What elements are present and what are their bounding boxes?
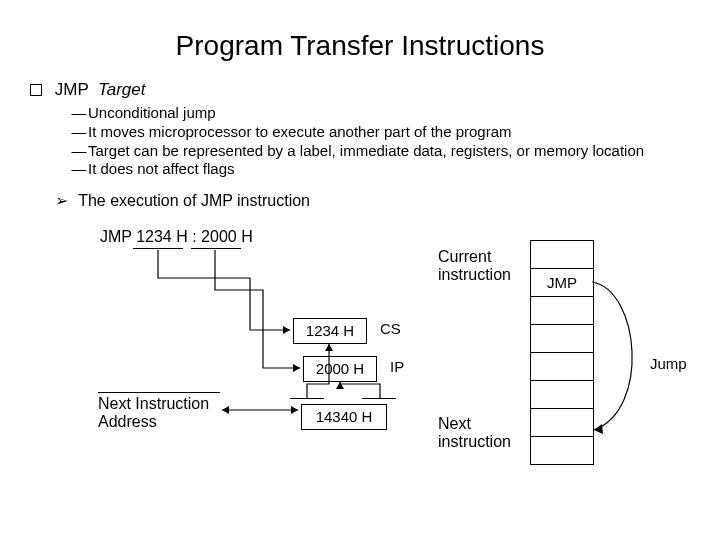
execution-heading-text: The execution of JMP instruction	[78, 192, 310, 209]
diagram-arrows	[0, 220, 720, 500]
dash-icon: —	[70, 142, 88, 161]
square-bullet-icon	[30, 84, 42, 96]
jmp-operand: Target	[98, 80, 146, 99]
svg-marker-2	[325, 344, 333, 351]
dash-icon: —	[70, 160, 88, 179]
svg-marker-1	[293, 364, 300, 372]
jmp-mnemonic: JMP	[55, 80, 89, 99]
svg-marker-0	[283, 326, 290, 334]
topic-line: JMP Target	[30, 80, 720, 100]
svg-marker-4	[291, 406, 298, 414]
list-item: —It moves microprocessor to execute anot…	[70, 123, 720, 142]
list-item: —It does not affect flags	[70, 160, 720, 179]
execution-heading: ➢ The execution of JMP instruction	[55, 191, 720, 210]
dash-icon: —	[70, 123, 88, 142]
dash-icon: —	[70, 104, 88, 123]
list-text: It does not affect flags	[88, 160, 234, 177]
svg-marker-5	[222, 406, 229, 414]
page-title: Program Transfer Instructions	[0, 30, 720, 62]
svg-marker-3	[336, 382, 344, 389]
triangle-bullet-icon: ➢	[55, 192, 68, 209]
list-item: —Unconditional jump	[70, 104, 720, 123]
list-item: —Target can be represented by a label, i…	[70, 142, 720, 161]
svg-marker-6	[594, 424, 603, 434]
diagram: JMP 1234 H : 2000 H 1234 H 2000 H CS IP …	[0, 220, 720, 500]
list-text: It moves microprocessor to execute anoth…	[88, 123, 512, 140]
bullet-list: —Unconditional jump —It moves microproce…	[70, 104, 720, 179]
list-text: Target can be represented by a label, im…	[88, 142, 644, 159]
list-text: Unconditional jump	[88, 104, 216, 121]
